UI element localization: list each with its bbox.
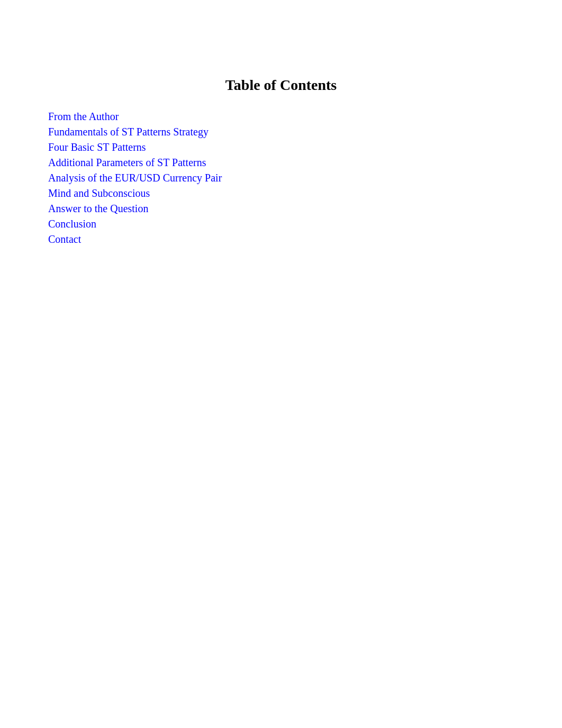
toc-item-1: From the Author [48, 110, 562, 124]
toc-link-mind-and-subconscious[interactable]: Mind and Subconscious [48, 187, 150, 199]
toc-item-2: Fundamentals of ST Patterns Strategy [48, 125, 562, 139]
toc-item-7: Answer to the Question [48, 202, 562, 216]
toc-link-conclusion[interactable]: Conclusion [48, 218, 96, 230]
toc-link-contact[interactable]: Contact [48, 233, 81, 245]
toc-item-5: Analysis of the EUR/USD Currency Pair [48, 171, 562, 185]
toc-link-four-basic[interactable]: Four Basic ST Patterns [48, 141, 146, 153]
toc-item-9: Contact [48, 232, 562, 247]
toc-item-8: Conclusion [48, 217, 562, 231]
table-of-contents: From the Author Fundamentals of ST Patte… [0, 104, 562, 247]
toc-item-4: Additional Parameters of ST Patterns [48, 156, 562, 170]
toc-link-from-the-author[interactable]: From the Author [48, 111, 119, 122]
toc-link-answer-to-question[interactable]: Answer to the Question [48, 203, 148, 214]
toc-link-analysis-eur-usd[interactable]: Analysis of the EUR/USD Currency Pair [48, 172, 222, 184]
toc-item-3: Four Basic ST Patterns [48, 140, 562, 154]
page: Table of Contents From the Author Fundam… [0, 0, 562, 728]
toc-link-additional-parameters[interactable]: Additional Parameters of ST Patterns [48, 157, 206, 168]
toc-link-fundamentals[interactable]: Fundamentals of ST Patterns Strategy [48, 126, 209, 138]
page-title: Table of Contents [0, 77, 562, 94]
title-section: Table of Contents [0, 0, 562, 104]
toc-item-6: Mind and Subconscious [48, 186, 562, 201]
